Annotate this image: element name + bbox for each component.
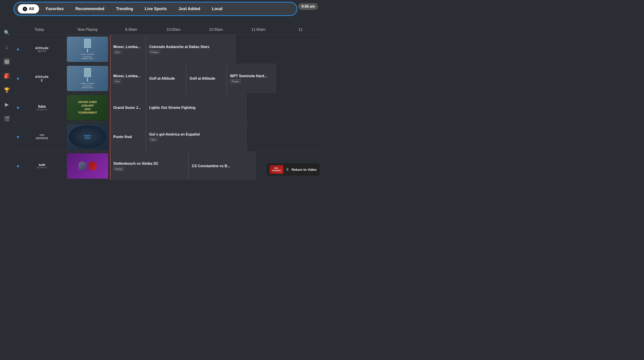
foxdeportes-programs: Punto final Gol x gol América en Español…	[110, 122, 322, 151]
channel-row-altitude2: ★ Altitude 2 Moser, Lombardi& Kane onAlt…	[14, 64, 322, 93]
timeline-930-label: 9:30am	[110, 28, 152, 32]
sidebar-film-icon[interactable]: 🎬	[3, 115, 10, 122]
play-pause-icon: ⏸	[286, 167, 290, 172]
return-to-video-label: Return to Video	[292, 168, 316, 172]
timeline-nowplaying-label: Now Playing	[65, 28, 110, 32]
filter-trending-button[interactable]: Trending	[111, 4, 138, 14]
favorite-star-fubo[interactable]: ★	[16, 105, 20, 110]
program-cell[interactable]: Gol x gol América en Español New	[146, 122, 247, 151]
sidebar-search-icon[interactable]: 🔍	[3, 29, 10, 36]
program-cell[interactable]: Grand Sumo J...	[110, 93, 146, 122]
altitude2-logo: Altitude 2	[22, 75, 62, 82]
fubo-thumbnail: GRAND SUMOJANUARY2025TOURNAMENT	[65, 93, 110, 122]
program-cell[interactable]: Golf at Altitude	[186, 64, 227, 93]
sidebar-bag-icon[interactable]: 🎒	[3, 72, 10, 80]
channel-info-altitude1: ★ Altitude sports	[14, 35, 65, 64]
fubo-logo: fubo SPORTS	[22, 104, 62, 111]
program-cell[interactable]: WPT Seminole Hard... Replay	[227, 64, 276, 93]
favorite-star-altitude2[interactable]: ★	[16, 76, 20, 81]
altitude2-thumbnail: Moser, Lombardi& Kane onAltitude Radio	[65, 64, 110, 93]
sidebar-trophy-icon[interactable]: 🏆	[3, 87, 10, 94]
filter-all-button[interactable]: ✓ All	[18, 4, 39, 14]
program-cell[interactable]: Moser, Lomba... New	[110, 64, 146, 93]
sidebar-play-icon[interactable]: ▶	[3, 101, 10, 108]
sidebar: 🔍 ⌂ ▤ 🎒 🏆 ▶ 🎬	[0, 25, 14, 180]
sidebar-home-icon[interactable]: ⌂	[3, 44, 10, 51]
channel-info-foxdeportes: ★ FOXDEPORTES	[14, 122, 65, 151]
filter-bar: ✓ All Favorites Recommended Trending Liv…	[14, 2, 297, 16]
time-indicator	[110, 35, 110, 180]
return-to-video-button[interactable]: NHL TONIGHT ⏸ Return to Video	[266, 164, 320, 176]
program-cell[interactable]: Punto final	[110, 122, 146, 151]
altitude1-logo: Altitude sports	[22, 46, 62, 52]
foxdeportes-logo: FOXDEPORTES	[22, 134, 62, 140]
timeline-1130-label: 11:	[280, 28, 322, 32]
timeline-header: Today Now Playing 9:30am 10:00am 10:30am…	[14, 25, 322, 35]
program-cell[interactable]: Golf at Altitude	[146, 64, 186, 93]
channel-info-fubo: ★ fubo SPORTS	[14, 93, 65, 122]
timeline-1000-label: 10:00am	[152, 28, 195, 32]
filter-live-sports-button[interactable]: Live Sports	[140, 4, 172, 14]
timeline-today-label: Today	[14, 28, 65, 32]
favorite-star-altitude1[interactable]: ★	[16, 47, 20, 52]
channel-info-altitude2: ★ Altitude 2	[14, 64, 65, 93]
channel-row-fubo: ★ fubo SPORTS GRAND SUMOJANUARY2025TOURN…	[14, 93, 322, 122]
channel-row-foxdeportes: ★ FOXDEPORTES PUNTOFINAL Punto final Gol…	[14, 122, 322, 152]
foxdeportes-thumbnail: PUNTOFINAL	[65, 122, 110, 151]
altitude2-programs: Moser, Lomba... New Golf at Altitude Gol…	[110, 64, 322, 93]
timeline-1030-label: 10:30am	[195, 28, 237, 32]
favorite-star-foxdeportes[interactable]: ★	[16, 134, 20, 140]
favorite-star-bein[interactable]: ★	[16, 164, 20, 168]
program-cell[interactable]: Lights Out Xtreme Fighting	[146, 93, 247, 122]
timeline-1100-label: 11:00am	[237, 28, 280, 32]
filter-local-button[interactable]: Local	[207, 4, 227, 14]
bein-thumbnail	[65, 152, 110, 180]
filter-just-added-button[interactable]: Just Added	[174, 4, 205, 14]
channel-info-bein: ★ beIN SPORTS	[14, 152, 65, 180]
altitude1-programs: Moser, Lomba... New Colorado Avalanche a…	[110, 35, 322, 64]
program-cell[interactable]: CS Constantine vs B...	[188, 152, 256, 180]
fubo-programs: Grand Sumo J... Lights Out Xtreme Fighti…	[110, 93, 322, 122]
bein-logo: beIN SPORTS	[22, 163, 62, 169]
altitude1-thumbnail: Moser, Lombardi& Kane onAltitude Radio	[65, 35, 110, 64]
check-icon: ✓	[23, 7, 27, 11]
clock-display: 9:58 am	[298, 3, 318, 10]
return-to-video-thumbnail: NHL TONIGHT	[270, 165, 283, 174]
filter-recommended-button[interactable]: Recommended	[70, 4, 109, 14]
program-cell[interactable]: Colorado Avalanche at Dallas Stars Repla…	[146, 35, 236, 64]
filter-favorites-button[interactable]: Favorites	[41, 4, 69, 14]
sidebar-guide-icon[interactable]: ▤	[3, 58, 10, 65]
channel-row-altitude1: ★ Altitude sports Moser, Lombardi& Kane …	[14, 35, 322, 64]
rows-area: ★ Altitude sports Moser, Lombardi& Kane …	[14, 35, 322, 180]
program-cell[interactable]: Stellenbosch vs Simba SC Replay	[110, 152, 188, 180]
program-cell[interactable]: Moser, Lomba... New	[110, 35, 146, 64]
